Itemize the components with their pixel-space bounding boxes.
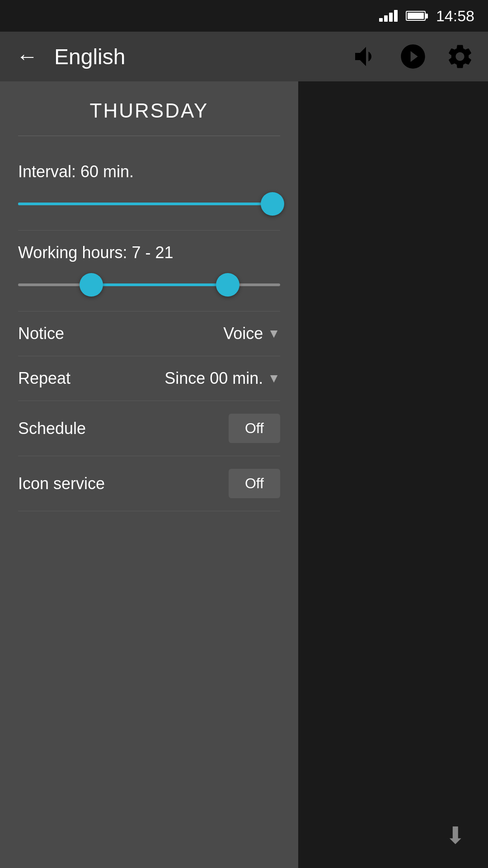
working-hours-setting-row: Working hours: 7 - 21 — [18, 231, 280, 311]
repeat-label-row: Repeat Since 00 min. ▼ — [18, 369, 280, 388]
notice-dropdown-arrow: ▼ — [267, 326, 280, 341]
icon-service-label-row: Icon service Off — [18, 469, 280, 498]
right-panel: ⬇ — [298, 81, 488, 868]
repeat-dropdown-arrow: ▼ — [267, 371, 280, 386]
working-hours-range-fill — [91, 283, 228, 286]
signal-bar-4 — [394, 10, 398, 22]
icon-service-label: Icon service — [18, 474, 105, 493]
notice-label-row: Notice Voice ▼ — [18, 324, 280, 343]
repeat-label: Repeat — [18, 369, 70, 388]
working-hours-label-row: Working hours: 7 - 21 — [18, 243, 280, 262]
sound-button[interactable] — [352, 42, 380, 71]
sound-icon — [352, 42, 380, 71]
icon-service-setting-row: Icon service Off — [18, 456, 280, 511]
back-button[interactable]: ← — [14, 43, 41, 70]
icon-service-toggle[interactable]: Off — [229, 469, 280, 498]
main-content: THURSDAY Interval: 60 min. Working hours… — [0, 81, 488, 868]
battery-icon — [406, 11, 428, 21]
app-title: English — [54, 44, 338, 69]
status-bar: 14:58 — [0, 0, 488, 32]
interval-setting-row: Interval: 60 min. — [18, 150, 280, 231]
signal-bar-3 — [389, 13, 393, 22]
schedule-label: Schedule — [18, 419, 86, 438]
repeat-dropdown[interactable]: Since 00 min. ▼ — [164, 369, 280, 388]
notice-value: Voice — [223, 324, 263, 343]
app-bar: ← English — [0, 32, 488, 81]
notice-label: Notice — [18, 324, 64, 343]
interval-slider-container — [18, 190, 280, 217]
working-hours-thumb-left[interactable] — [80, 273, 103, 297]
status-time: 14:58 — [436, 7, 474, 25]
signal-bar-2 — [384, 15, 388, 22]
signal-indicator — [379, 10, 398, 22]
play-icon — [399, 42, 427, 71]
repeat-value: Since 00 min. — [164, 369, 263, 388]
app-bar-icons — [352, 42, 474, 71]
notice-setting-row: Notice Voice ▼ — [18, 311, 280, 356]
working-hours-range-track — [18, 283, 280, 286]
download-button[interactable]: ⬇ — [441, 821, 470, 850]
working-hours-label: Working hours: 7 - 21 — [18, 243, 174, 262]
interval-label: Interval: 60 min. — [18, 162, 134, 181]
signal-bar-1 — [379, 18, 383, 22]
download-icon: ⬇ — [446, 822, 465, 849]
working-hours-thumb-right[interactable] — [216, 273, 239, 297]
interval-slider-fill — [18, 203, 272, 205]
schedule-setting-row: Schedule Off — [18, 401, 280, 456]
interval-slider-track — [18, 203, 280, 205]
interval-label-row: Interval: 60 min. — [18, 162, 280, 181]
day-title: THURSDAY — [18, 99, 280, 136]
interval-slider-thumb[interactable] — [261, 192, 284, 216]
left-panel: THURSDAY Interval: 60 min. Working hours… — [0, 81, 298, 868]
settings-button[interactable] — [446, 42, 474, 71]
repeat-setting-row: Repeat Since 00 min. ▼ — [18, 356, 280, 401]
schedule-toggle[interactable]: Off — [229, 414, 280, 443]
settings-icon — [446, 42, 474, 71]
working-hours-slider-container — [18, 271, 280, 298]
notice-dropdown[interactable]: Voice ▼ — [223, 324, 280, 343]
schedule-label-row: Schedule Off — [18, 414, 280, 443]
play-button[interactable] — [399, 42, 427, 71]
back-icon: ← — [16, 46, 38, 67]
